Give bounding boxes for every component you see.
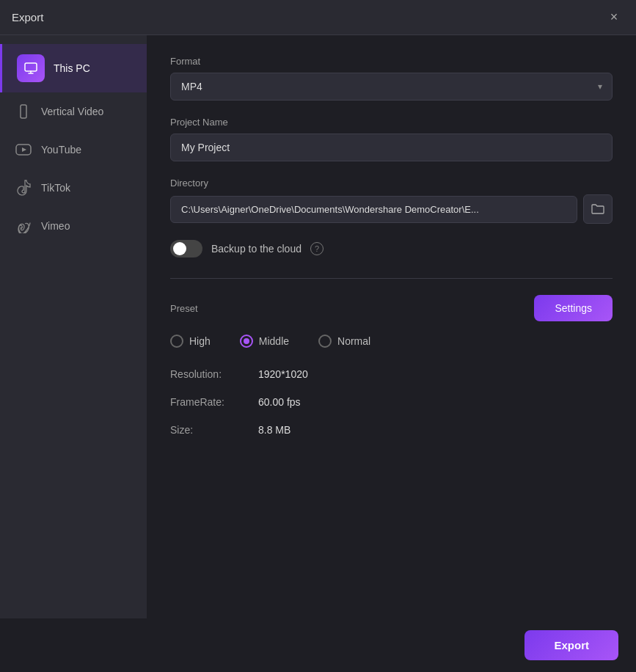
radio-inner-middle — [244, 338, 249, 344]
this-pc-icon — [17, 54, 45, 82]
size-row: Size: 8.8 MB — [170, 424, 613, 436]
project-name-group: Project Name — [170, 117, 613, 161]
sidebar-item-youtube[interactable]: YouTube — [0, 131, 147, 169]
sidebar-item-this-pc[interactable]: This PC — [0, 44, 147, 92]
toggle-knob — [173, 242, 186, 255]
close-button[interactable]: × — [604, 7, 624, 28]
vertical-video-icon — [15, 103, 32, 120]
sidebar-item-vertical-video[interactable]: Vertical Video — [0, 92, 147, 131]
sidebar-label-tiktok: TikTok — [41, 182, 70, 194]
backup-toggle-row: Backup to the cloud ? — [170, 240, 613, 258]
settings-button[interactable]: Settings — [534, 295, 613, 321]
preset-label: Preset — [170, 303, 198, 314]
main-content: This PC Vertical Video YouTube — [0, 35, 636, 618]
format-select[interactable]: MP4 MOV AVI GIF — [170, 73, 613, 101]
sidebar-item-tiktok[interactable]: TikTok — [0, 169, 147, 207]
project-name-label: Project Name — [170, 117, 613, 128]
directory-group: Directory — [170, 178, 613, 224]
youtube-icon — [15, 141, 32, 158]
export-button[interactable]: Export — [524, 630, 618, 660]
resolution-row: Resolution: 1920*1020 — [170, 368, 613, 380]
radio-outer-middle — [240, 335, 253, 348]
dialog-title: Export — [12, 11, 43, 23]
svg-rect-1 — [21, 105, 26, 118]
framerate-value: 60.00 fps — [258, 396, 301, 408]
size-label: Size: — [170, 424, 258, 436]
framerate-label: FrameRate: — [170, 396, 258, 408]
sidebar-label-vertical-video: Vertical Video — [41, 106, 103, 117]
format-label: Format — [170, 56, 613, 67]
title-bar: Export × — [0, 0, 636, 35]
size-value: 8.8 MB — [258, 424, 290, 436]
radio-label-normal: Normal — [337, 335, 370, 347]
format-group: Format MP4 MOV AVI GIF ▾ — [170, 56, 613, 101]
sidebar: This PC Vertical Video YouTube — [0, 35, 147, 618]
radio-outer-high — [170, 335, 183, 348]
sidebar-label-this-pc: This PC — [54, 62, 90, 74]
vimeo-icon — [15, 217, 32, 235]
browse-folder-button[interactable] — [583, 194, 613, 224]
tiktok-icon — [15, 179, 32, 197]
sidebar-label-youtube: YouTube — [41, 144, 81, 156]
content-area: Format MP4 MOV AVI GIF ▾ Project Name Di… — [147, 35, 636, 618]
radio-outer-normal — [318, 335, 332, 348]
directory-row — [170, 194, 613, 224]
svg-marker-3 — [22, 147, 26, 152]
radio-label-middle: Middle — [259, 335, 289, 347]
sidebar-item-vimeo[interactable]: Vimeo — [0, 207, 147, 245]
sidebar-label-vimeo: Vimeo — [41, 220, 70, 232]
footer: Export — [0, 618, 636, 672]
framerate-row: FrameRate: 60.00 fps — [170, 396, 613, 408]
preset-radio-row: High Middle Normal — [170, 335, 613, 348]
backup-label: Backup to the cloud — [211, 243, 301, 255]
project-name-input[interactable] — [170, 134, 613, 161]
preset-row: Preset Settings — [170, 295, 613, 321]
radio-middle[interactable]: Middle — [240, 335, 289, 348]
radio-high[interactable]: High — [170, 335, 211, 348]
format-select-wrapper: MP4 MOV AVI GIF ▾ — [170, 73, 613, 101]
resolution-label: Resolution: — [170, 368, 258, 380]
directory-label: Directory — [170, 178, 613, 189]
backup-toggle[interactable] — [170, 240, 202, 258]
radio-normal[interactable]: Normal — [318, 335, 370, 348]
help-icon[interactable]: ? — [310, 242, 324, 255]
resolution-value: 1920*1020 — [258, 368, 308, 380]
directory-input[interactable] — [170, 196, 577, 223]
svg-rect-0 — [25, 63, 37, 71]
radio-label-high: High — [189, 335, 211, 347]
divider — [170, 278, 613, 279]
